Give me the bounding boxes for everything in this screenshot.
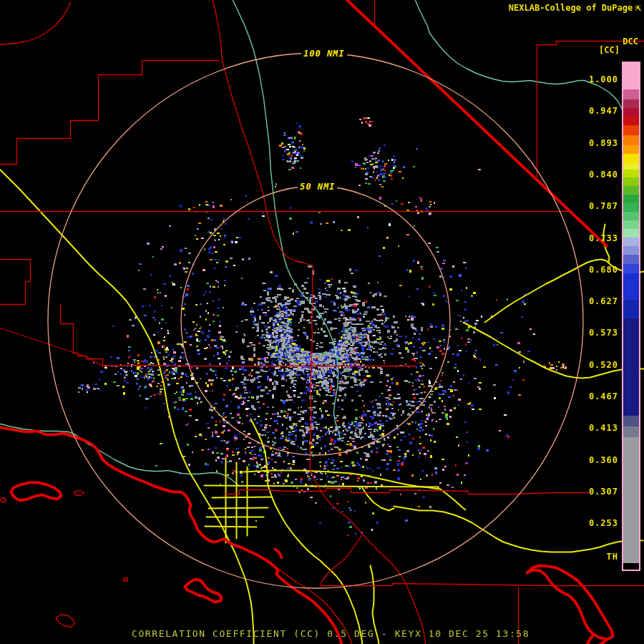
title-text: NEXLAB-College of DuPage [509,3,633,13]
colorbar-segment [623,416,639,426]
colorbar-tick-label: 0.307 [565,487,618,497]
colorbar-segment [623,238,639,246]
colorbar-tick-label: 0.733 [565,233,618,243]
colorbar-segment [623,99,639,108]
colorbar-tick-label: 0.520 [565,360,618,370]
colorbar-tick-label: 0.680 [565,265,618,275]
colorbar-segment [623,177,639,186]
colorbar-segment [623,108,639,117]
corner-arrow-icon: ⇱ [635,2,641,13]
colorbar-segment [623,117,639,125]
colorbar-segment [623,212,639,220]
product-unit-label: [CC] [599,45,620,55]
colorbar-segment [623,229,639,238]
colorbar [622,62,640,571]
colorbar-segment [623,203,639,212]
colorbar-tick-label: 0.360 [565,455,618,465]
colorbar-segment [623,220,639,229]
colorbar-segment [623,154,639,164]
product-label: DCC [623,36,638,47]
colorbar-tick-label: 0.840 [565,170,618,180]
colorbar-segment [623,426,639,437]
colorbar-tick-label: 0.573 [565,328,618,338]
range-ring-label-100nmi: 100 NMI [301,49,347,59]
radar-display: NEXLAB-College of DuPage⇱ DCC [CC] 1.000… [0,0,644,644]
colorbar-threshold-label: TH [565,552,618,562]
colorbar-segment [623,264,639,273]
colorbar-segment [623,125,639,135]
colorbar-segment [623,195,639,203]
colorbar-tick-label: 0.947 [565,106,618,116]
colorbar-segment [623,318,639,416]
colorbar-tick-label: 0.627 [565,296,618,306]
page-title: NEXLAB-College of DuPage⇱ [509,2,641,13]
colorbar-segment [623,135,639,145]
colorbar-segment [623,186,639,195]
colorbar-segment [623,164,639,170]
colorbar-segment [623,145,639,154]
range-ring-label-50nmi: 50 NMI [298,182,337,192]
colorbar-tick-label: 0.467 [565,391,618,401]
colorbar-segment [623,246,639,255]
colorbar-tick-label: 1.000 [565,74,618,84]
radar-map-canvas [0,0,644,644]
product-caption: CORRELATION COEFFICIENT (CC) 0.5 DEG - K… [132,628,530,639]
colorbar-tick-label: 0.787 [565,201,618,211]
colorbar-tick-label: 0.253 [565,518,618,528]
colorbar-segment [623,63,639,89]
colorbar-segment [623,273,639,300]
colorbar-segment [623,89,639,99]
colorbar-segment [623,255,639,264]
colorbar-segment [623,437,639,563]
colorbar-segment [623,300,639,318]
colorbar-tick-label: 0.413 [565,423,618,433]
colorbar-segment [623,170,639,177]
colorbar-tick-label: 0.893 [565,138,618,148]
colorbar-segment [623,563,639,569]
